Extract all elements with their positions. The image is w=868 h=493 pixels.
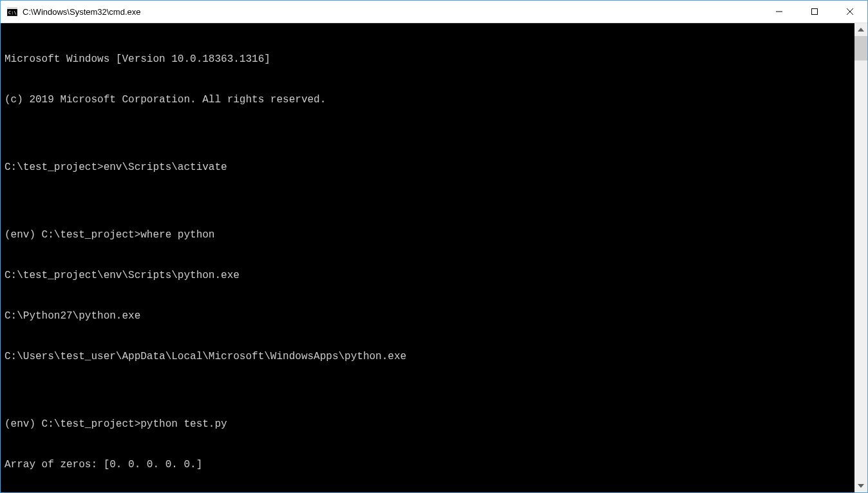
window-title: C:\Windows\System32\cmd.exe <box>23 7 761 17</box>
terminal-line: C:\Python27\python.exe <box>5 310 851 323</box>
terminal-line: Microsoft Windows [Version 10.0.18363.13… <box>5 53 851 66</box>
terminal-output[interactable]: Microsoft Windows [Version 10.0.18363.13… <box>1 23 854 492</box>
terminal-wrapper: Microsoft Windows [Version 10.0.18363.13… <box>1 23 867 492</box>
scroll-down-button[interactable] <box>854 479 867 492</box>
titlebar[interactable]: C:\ C:\Windows\System32\cmd.exe <box>1 1 867 23</box>
svg-marker-8 <box>858 484 864 488</box>
terminal-line: Array of zeros: [0. 0. 0. 0. 0.] <box>5 458 851 472</box>
cmd-window: C:\ C:\Windows\System32\cmd.exe Microsof… <box>0 0 868 493</box>
terminal-line: C:\test_project\env\Scripts\python.exe <box>5 269 851 283</box>
terminal-line: C:\Users\test_user\AppData\Local\Microso… <box>5 350 851 364</box>
scroll-thumb[interactable] <box>854 36 867 60</box>
cmd-icon: C:\ <box>7 6 17 17</box>
maximize-button[interactable] <box>797 1 832 23</box>
window-controls <box>761 1 867 23</box>
svg-rect-1 <box>7 7 17 9</box>
minimize-button[interactable] <box>761 1 797 23</box>
terminal-line: (env) C:\test_project>where python <box>5 228 851 242</box>
terminal-line: (env) C:\test_project>python test.py <box>5 418 851 431</box>
terminal-line: (c) 2019 Microsoft Corporation. All righ… <box>5 93 851 107</box>
terminal-line: C:\test_project>env\Scripts\activate <box>5 161 851 174</box>
svg-rect-4 <box>811 9 817 15</box>
scroll-up-button[interactable] <box>854 23 867 36</box>
close-button[interactable] <box>832 1 867 23</box>
vertical-scrollbar[interactable] <box>854 23 867 492</box>
svg-text:C:\: C:\ <box>8 10 17 15</box>
scroll-track[interactable] <box>854 36 867 479</box>
svg-marker-7 <box>858 28 864 32</box>
